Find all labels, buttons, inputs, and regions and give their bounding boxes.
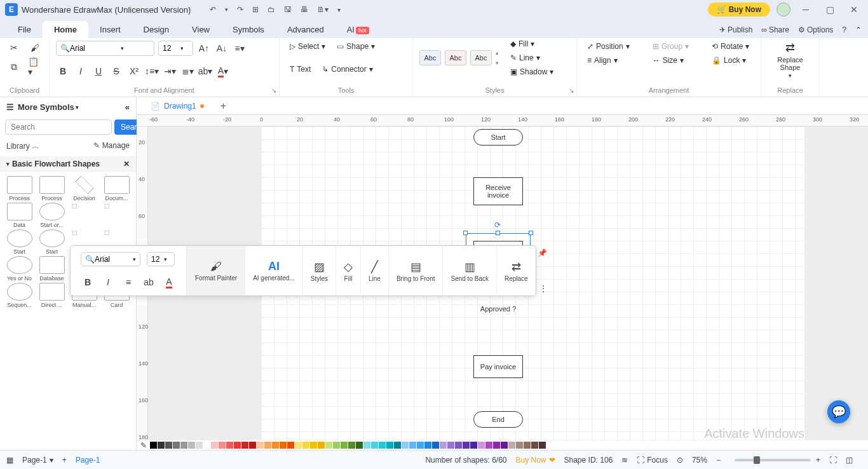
- add-page-button[interactable]: +: [62, 456, 67, 465]
- ctx-bold-icon[interactable]: B: [81, 275, 95, 289]
- color-swatch[interactable]: [302, 442, 309, 449]
- rotate-handle-icon[interactable]: ⟳: [494, 221, 502, 228]
- ctx-styles[interactable]: ▨Styles: [302, 246, 336, 296]
- indent-icon[interactable]: ⇥▾: [163, 64, 177, 78]
- color-swatch[interactable]: [394, 442, 401, 449]
- font-dialog-icon[interactable]: ↘: [271, 87, 276, 94]
- style-scroll-up-icon[interactable]: ▴: [496, 50, 499, 56]
- user-avatar[interactable]: [776, 3, 790, 17]
- fit-icon[interactable]: ⊙: [677, 456, 683, 465]
- shape-palette-item[interactable]: Direct ...: [36, 283, 67, 308]
- tab-ai[interactable]: AIhot: [336, 21, 381, 38]
- close-icon[interactable]: ✕: [845, 4, 863, 15]
- color-swatch[interactable]: [371, 442, 378, 449]
- shape-palette-item[interactable]: Docum...: [101, 176, 132, 201]
- print-icon[interactable]: 🖶: [301, 5, 308, 14]
- symbol-search-input[interactable]: [5, 119, 112, 135]
- shape-palette-item[interactable]: Start or...: [36, 203, 67, 228]
- lock-button[interactable]: 🔒 Lock▾: [708, 55, 753, 66]
- bold-icon[interactable]: B: [56, 64, 70, 78]
- color-swatch[interactable]: [234, 442, 241, 449]
- shape-palette-item[interactable]: Process: [36, 176, 67, 201]
- more-symbols-drop-icon[interactable]: ▾: [76, 104, 79, 111]
- help-icon[interactable]: ?: [842, 25, 846, 34]
- cut-icon[interactable]: ✂: [7, 41, 21, 55]
- case-icon[interactable]: ab▾: [198, 64, 212, 78]
- color-swatch[interactable]: [287, 442, 294, 449]
- ctx-replace[interactable]: ⇄Replace: [496, 246, 536, 296]
- new-tab-button[interactable]: +: [214, 100, 233, 112]
- color-swatch[interactable]: [180, 442, 187, 449]
- tab-symbols[interactable]: Symbols: [221, 21, 276, 38]
- color-swatch[interactable]: [424, 442, 431, 449]
- rotate-button[interactable]: ⟲ Rotate▾: [708, 41, 753, 52]
- color-swatch[interactable]: [386, 442, 393, 449]
- color-swatch[interactable]: [318, 442, 325, 449]
- copy-icon[interactable]: ⧉: [7, 60, 21, 74]
- undo-drop-icon[interactable]: ▾: [225, 6, 228, 13]
- font-name-input[interactable]: 🔍▾: [56, 41, 154, 56]
- shape-end[interactable]: End: [473, 411, 523, 428]
- layers-icon[interactable]: ≋: [621, 456, 628, 465]
- qat-more-icon[interactable]: ▾: [337, 6, 341, 13]
- color-swatch[interactable]: [325, 442, 332, 449]
- ctx-ai-generated[interactable]: AIAI generated...: [245, 246, 302, 296]
- shape-receive[interactable]: Receive invoice: [473, 177, 523, 205]
- superscript-icon[interactable]: X²: [127, 64, 141, 78]
- shape-palette-item[interactable]: Decision: [69, 176, 100, 201]
- shape-approved[interactable]: Approved ?: [468, 293, 528, 325]
- position-button[interactable]: ⤢ Position▾: [583, 41, 634, 52]
- select-tool[interactable]: ▷ Select ▾: [286, 41, 329, 52]
- color-swatch[interactable]: [417, 442, 424, 449]
- color-swatch[interactable]: [409, 442, 416, 449]
- strike-icon[interactable]: S: [109, 64, 123, 78]
- color-swatch[interactable]: [150, 442, 157, 449]
- line-button[interactable]: ✎ Line ▾: [506, 52, 557, 64]
- color-swatch[interactable]: [158, 442, 165, 449]
- bullets-icon[interactable]: ≣▾: [180, 64, 194, 78]
- color-swatch[interactable]: [363, 442, 370, 449]
- share-button[interactable]: ∞ Share: [761, 25, 789, 34]
- zoom-level[interactable]: 75%: [692, 456, 707, 465]
- color-swatch[interactable]: [173, 442, 180, 449]
- color-swatch[interactable]: [485, 442, 492, 449]
- shape-palette-item[interactable]: Sequen...: [4, 283, 35, 308]
- color-swatch[interactable]: [516, 442, 523, 449]
- publish-button[interactable]: ✈ Publish: [719, 25, 752, 34]
- shape-palette-item[interactable]: Start: [36, 229, 67, 255]
- text-align-icon[interactable]: ≡▾: [233, 41, 247, 55]
- ctx-fontcolor-icon[interactable]: A: [162, 275, 176, 289]
- replace-shape-icon[interactable]: ⇄: [785, 41, 795, 55]
- color-swatch[interactable]: [402, 442, 409, 449]
- redo-icon[interactable]: ↷: [237, 5, 243, 14]
- color-swatch[interactable]: [272, 442, 279, 449]
- panel-toggle-icon[interactable]: ◫: [846, 456, 853, 465]
- maximize-icon[interactable]: ▢: [821, 4, 839, 15]
- library-label[interactable]: Library ︿: [6, 141, 39, 152]
- shape-palette-item[interactable]: Start: [4, 229, 35, 255]
- minimize-icon[interactable]: ─: [797, 4, 815, 15]
- ctx-fill[interactable]: ◇Fill: [336, 246, 360, 296]
- shapes-section-header[interactable]: ▾Basic Flowchart Shapes✕: [0, 156, 136, 172]
- group-button[interactable]: ⊞ Group▾: [649, 41, 693, 52]
- connector-tool[interactable]: ↳ Connector ▾: [318, 64, 376, 75]
- shape-palette-item[interactable]: Database: [36, 256, 67, 282]
- color-swatch[interactable]: [440, 442, 447, 449]
- shape-tool[interactable]: ▭ Shape ▾: [333, 41, 379, 52]
- color-swatch[interactable]: [356, 442, 363, 449]
- color-swatch[interactable]: [341, 442, 348, 449]
- ctx-size-input[interactable]: ▾: [147, 252, 175, 266]
- color-swatch[interactable]: [264, 442, 271, 449]
- ctx-font-input[interactable]: 🔍▾: [81, 252, 140, 266]
- font-color-icon[interactable]: A▾: [216, 64, 230, 78]
- tab-insert[interactable]: Insert: [88, 21, 132, 38]
- shape-palette-item[interactable]: Data: [4, 203, 35, 228]
- color-swatch[interactable]: [295, 442, 302, 449]
- color-swatch[interactable]: [524, 442, 531, 449]
- buy-now-button[interactable]: 🛒 Buy Now: [708, 3, 770, 17]
- style-scroll-down-icon[interactable]: ▾: [496, 60, 499, 66]
- color-swatch[interactable]: [203, 442, 210, 449]
- eyedropper-icon[interactable]: ✎: [140, 441, 147, 450]
- tab-design[interactable]: Design: [132, 21, 180, 38]
- font-size-input[interactable]: ▾: [158, 41, 193, 56]
